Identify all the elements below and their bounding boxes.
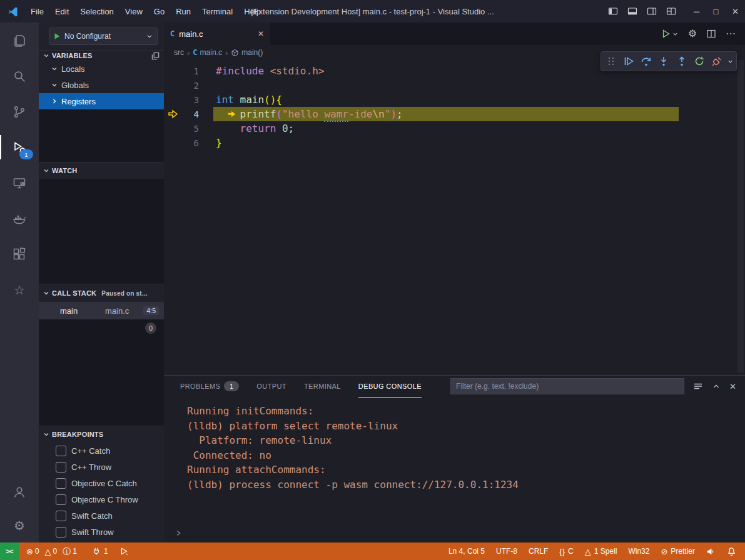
step-out-button[interactable] xyxy=(674,53,689,69)
watch-pane-header[interactable]: WATCH xyxy=(39,162,164,179)
call-stack-pane-header[interactable]: CALL STACK Paused on st... xyxy=(39,284,164,302)
activitybar-search[interactable] xyxy=(0,58,39,94)
console-prompt-icon[interactable] xyxy=(174,529,183,538)
panel-tab-debug-console[interactable]: DEBUG CONSOLE xyxy=(358,376,422,398)
megaphone-icon[interactable] xyxy=(706,547,716,556)
stack-frame-row[interactable]: main main.c 4:5 xyxy=(39,302,164,319)
lines-icon[interactable] xyxy=(693,381,703,391)
activitybar-explorer[interactable] xyxy=(0,22,39,58)
code-text[interactable]: #include <stdio.h> xyxy=(199,65,324,77)
toolbar-gripper[interactable] xyxy=(604,53,619,69)
menu-go[interactable]: Go xyxy=(148,0,170,22)
statusbar-item-ln-4-col-5[interactable]: Ln 4, Col 5 xyxy=(449,547,485,556)
code-text[interactable]: int main(){ xyxy=(199,94,282,106)
breakpoint-margin[interactable] xyxy=(164,107,183,121)
breakpoints-pane-header[interactable]: BREAKPOINTS xyxy=(39,426,164,442)
more-actions-icon[interactable]: ⋯ xyxy=(726,29,736,39)
breakpoint-margin[interactable] xyxy=(164,78,183,92)
statusbar-item-utf-8[interactable]: UTF-8 xyxy=(496,547,517,556)
breakpoint-margin[interactable] xyxy=(164,121,183,136)
menu-view[interactable]: View xyxy=(119,0,148,22)
debug-console-filter-input[interactable] xyxy=(450,378,684,394)
variables-item-globals[interactable]: Globals xyxy=(39,77,164,93)
close-button[interactable]: ✕ xyxy=(726,0,745,22)
statusbar-item-prettier[interactable]: ⊘Prettier xyxy=(661,547,695,556)
run-or-debug-button[interactable] xyxy=(661,29,679,39)
layout-sidebar-icon[interactable] xyxy=(603,0,622,22)
menu-help[interactable]: Help xyxy=(238,0,266,22)
menu-file[interactable]: File xyxy=(25,0,49,22)
bell-icon[interactable] xyxy=(727,547,736,556)
breakpoint-item-objective-c-catch[interactable]: Objective C Catch xyxy=(39,475,164,491)
variables-item-registers[interactable]: Registers xyxy=(39,93,164,109)
statusbar-item-1-spell[interactable]: △1 Spell xyxy=(585,547,617,556)
code-text[interactable]: } xyxy=(199,137,222,149)
remote-indicator[interactable]: >< xyxy=(0,542,19,560)
menu-terminal[interactable]: Terminal xyxy=(196,0,238,22)
panel-tab-problems[interactable]: PROBLEMS1 xyxy=(180,376,239,398)
breakpoint-item-c-catch[interactable]: C++ Catch xyxy=(39,442,164,459)
code-text[interactable]: return 0; xyxy=(199,122,294,134)
editor-scrollbar[interactable] xyxy=(737,60,744,372)
breadcrumb-src[interactable]: src xyxy=(174,48,184,57)
activitybar-favorites[interactable]: ☆ xyxy=(0,272,39,308)
checkbox[interactable] xyxy=(56,446,66,456)
breakpoint-item-swift-catch[interactable]: Swift Catch xyxy=(39,508,164,524)
step-over-button[interactable] xyxy=(639,53,654,69)
breakpoint-item-c-throw[interactable]: C++ Throw xyxy=(39,459,164,475)
tab-close-icon[interactable]: ✕ xyxy=(258,29,264,38)
split-editor-icon[interactable] xyxy=(706,29,716,39)
maximize-button[interactable]: □ xyxy=(706,0,726,22)
debug-console-output[interactable]: Running initCommands:(lldb) platform sel… xyxy=(164,397,745,492)
statusbar-item-win32[interactable]: Win32 xyxy=(628,547,649,556)
menu-run[interactable]: Run xyxy=(170,0,196,22)
checkbox[interactable] xyxy=(56,478,66,489)
code-editor[interactable]: 1#include <stdio.h>23int main(){4 printf… xyxy=(164,60,745,150)
checkbox[interactable] xyxy=(56,527,66,538)
minimize-button[interactable]: ─ xyxy=(687,0,706,22)
maximize-panel-icon[interactable] xyxy=(712,382,721,391)
disconnect-button[interactable] xyxy=(709,53,724,69)
settings-gear-icon[interactable]: ⚙ xyxy=(688,29,697,39)
panel-tab-output[interactable]: OUTPUT xyxy=(256,376,286,398)
breakpoint-margin[interactable] xyxy=(164,64,183,78)
variables-item-locals[interactable]: Locals xyxy=(39,61,164,77)
checkbox[interactable] xyxy=(56,511,66,521)
activitybar-source-control[interactable] xyxy=(0,94,39,129)
checkbox[interactable] xyxy=(56,494,66,505)
close-panel-icon[interactable]: ✕ xyxy=(729,382,736,391)
restart-button[interactable] xyxy=(692,53,707,69)
chevron-down-icon[interactable] xyxy=(727,58,734,65)
activitybar-settings[interactable]: ⚙ xyxy=(0,509,39,542)
breakpoint-item-swift-throw[interactable]: Swift Throw xyxy=(39,524,164,540)
breakpoint-margin[interactable] xyxy=(164,136,183,150)
checkbox[interactable] xyxy=(56,462,66,472)
collapse-all-icon[interactable] xyxy=(151,51,160,61)
variables-pane-header[interactable]: VARIABLES xyxy=(39,50,164,61)
breakpoint-margin[interactable] xyxy=(164,92,183,107)
layout-secondary-sidebar-icon[interactable] xyxy=(642,0,661,22)
step-into-button[interactable] xyxy=(656,53,671,69)
breadcrumb-symbol[interactable]: main() xyxy=(231,48,263,57)
activitybar-run-and-debug[interactable]: 1 xyxy=(0,129,39,165)
statusbar-problems[interactable]: ⊗ 0 △ 0 ⓘ 1 xyxy=(26,547,81,556)
activitybar-docker[interactable] xyxy=(0,201,39,236)
menu-edit[interactable]: Edit xyxy=(49,0,74,22)
activitybar-remote-explorer[interactable] xyxy=(0,165,39,201)
continue-button[interactable] xyxy=(621,53,636,69)
menu-selection[interactable]: Selection xyxy=(74,0,119,22)
customize-layout-icon[interactable] xyxy=(661,0,681,22)
breakpoint-item-objective-c-throw[interactable]: Objective C Throw xyxy=(39,491,164,508)
start-debug-icon[interactable] xyxy=(53,32,61,41)
statusbar-ports[interactable]: 1 xyxy=(92,547,108,556)
breadcrumb-file[interactable]: Cmain.c xyxy=(193,48,222,57)
debug-gutter-arrow-icon[interactable] xyxy=(168,109,178,119)
activitybar-extensions[interactable] xyxy=(0,236,39,272)
tab-main-c[interactable]: C main.c ✕ xyxy=(164,22,270,45)
statusbar-debug[interactable] xyxy=(119,547,128,556)
statusbar-item-c[interactable]: {}C xyxy=(559,547,573,556)
layout-panel-icon[interactable] xyxy=(622,0,642,22)
activitybar-account[interactable] xyxy=(0,475,39,509)
launch-config-dropdown[interactable]: No Configurat xyxy=(49,28,158,45)
panel-tab-terminal[interactable]: TERMINAL xyxy=(304,376,341,398)
